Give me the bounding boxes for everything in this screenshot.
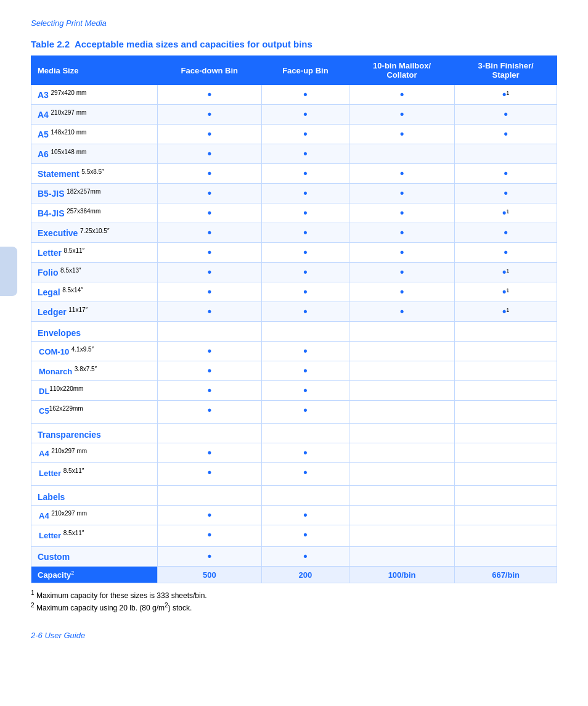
capacity-facedown: 500 — [157, 567, 261, 583]
media-name: A4 210x297 mm — [31, 105, 158, 125]
transp-letter-row: Letter 8.5x11″ • • — [31, 463, 557, 486]
labels-a4: A4 210x297 mm — [31, 506, 158, 525]
media-name: B4-JIS 257x364mm — [31, 203, 158, 223]
footnotes: 1 Maximum capacity for these sizes is 33… — [31, 589, 557, 612]
envelope-monarch: Monarch 3.8x7.5″ — [31, 361, 158, 381]
media-name: Statement 5.5x8.5″ — [31, 164, 158, 184]
finisher-cell: •1 — [455, 85, 557, 105]
table-row: B5-JIS 182x257mm • • • • — [31, 184, 557, 203]
envelopes-header-row: Envelopes — [31, 322, 557, 342]
table-row: Ledger 11x17″ • • • •1 — [31, 302, 557, 322]
faceup-cell: • — [261, 85, 349, 105]
table-description: Acceptable media sizes and capacities fo… — [75, 39, 312, 49]
envelope-com10-row: COM-10 4.1x9.5″ • • — [31, 342, 557, 361]
custom-row: Custom • • — [31, 547, 557, 567]
mailbox-cell: • — [349, 85, 454, 105]
media-name: A3 297x420 mm — [31, 85, 158, 105]
facedown-cell: • — [157, 85, 261, 105]
transparencies-header-row: Transparencies — [31, 424, 557, 443]
labels-letter: Letter 8.5x11″ — [31, 525, 158, 547]
media-name: B5-JIS 182x257mm — [31, 184, 158, 203]
table-title: Table 2.2 Acceptable media sizes and cap… — [31, 39, 557, 49]
media-name: Legal 8.5x14″ — [31, 282, 158, 302]
table-row: Executive 7.25x10.5″ • • • • — [31, 223, 557, 243]
capacity-label: Capacity2 — [31, 567, 158, 583]
table-number: Table 2.2 — [31, 39, 70, 49]
transp-letter: Letter 8.5x11″ — [31, 463, 158, 486]
table-row: Folio 8.5x13″ • • • •1 — [31, 263, 557, 282]
media-name: Folio 8.5x13″ — [31, 263, 158, 282]
custom-faceup: • — [261, 547, 349, 567]
media-name: A6 105x148 mm — [31, 144, 158, 164]
transp-a4-row: A4 210x297 mm • • — [31, 443, 557, 463]
media-name: Letter 8.5x11″ — [31, 243, 158, 263]
envelope-c5: C5162x229mm — [31, 401, 158, 424]
transparencies-header: Transparencies — [31, 424, 158, 443]
labels-a4-row: A4 210x297 mm • • — [31, 506, 557, 525]
media-name: Executive 7.25x10.5″ — [31, 223, 158, 243]
envelopes-header: Envelopes — [31, 322, 158, 342]
custom-facedown: • — [157, 547, 261, 567]
capacity-faceup: 200 — [261, 567, 349, 583]
col-faceup: Face-up Bin — [261, 56, 349, 85]
col-mailbox: 10-bin Mailbox/Collator — [349, 56, 454, 85]
table-row: Legal 8.5x14″ • • • •1 — [31, 282, 557, 302]
labels-header: Labels — [31, 486, 158, 506]
envelope-monarch-row: Monarch 3.8x7.5″ • • — [31, 361, 557, 381]
table-row: B4-JIS 257x364mm • • • •1 — [31, 203, 557, 223]
capacity-row: Capacity2 500 200 100/bin 667/bin — [31, 567, 557, 583]
table-row: A5 148x210 mm • • • • — [31, 125, 557, 144]
envelope-dl-row: DL110x220mm • • — [31, 381, 557, 401]
table-row: Letter 8.5x11″ • • • • — [31, 243, 557, 263]
side-tab — [0, 247, 17, 296]
media-table: Media Size Face-down Bin Face-up Bin 10-… — [31, 55, 557, 583]
custom-label: Custom — [31, 547, 158, 567]
footnote-2: 2 Maximum capacity using 20 lb. (80 g/m2… — [31, 602, 557, 612]
labels-letter-row: Letter 8.5x11″ • • — [31, 525, 557, 547]
table-row: Statement 5.5x8.5″ • • • • — [31, 164, 557, 184]
page-footer: 2-6 User Guide — [31, 631, 557, 640]
capacity-finisher: 667/bin — [455, 567, 557, 583]
transp-a4: A4 210x297 mm — [31, 443, 158, 463]
table-row: A4 210x297 mm • • • • — [31, 105, 557, 125]
envelope-com10: COM-10 4.1x9.5″ — [31, 342, 158, 361]
envelope-c5-row: C5162x229mm • • — [31, 401, 557, 424]
table-row: A6 105x148 mm • • — [31, 144, 557, 164]
col-media-size: Media Size — [31, 56, 158, 85]
col-facedown: Face-down Bin — [157, 56, 261, 85]
labels-header-row: Labels — [31, 486, 557, 506]
footnote-1: 1 Maximum capacity for these sizes is 33… — [31, 589, 557, 600]
envelope-dl: DL110x220mm — [31, 381, 158, 401]
section-label: Selecting Print Media — [31, 18, 557, 28]
media-name: Ledger 11x17″ — [31, 302, 158, 322]
media-name: A5 148x210 mm — [31, 125, 158, 144]
capacity-mailbox: 100/bin — [349, 567, 454, 583]
table-row: A3 297x420 mm • • • •1 — [31, 85, 557, 105]
col-finisher: 3-Bin Finisher/Stapler — [455, 56, 557, 85]
